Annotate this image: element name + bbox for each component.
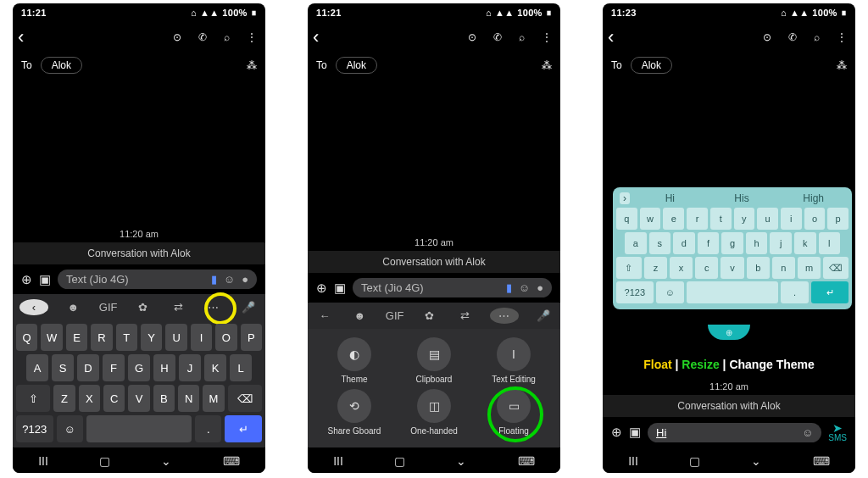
kb-option-theme[interactable]: ◐Theme [314, 337, 394, 384]
key-d[interactable]: d [673, 232, 695, 254]
recents-button[interactable]: III [38, 454, 48, 468]
suggestion[interactable]: His [710, 192, 774, 204]
numkey[interactable]: ?123 [616, 281, 654, 303]
phone-icon[interactable]: ✆ [198, 31, 207, 43]
key-g[interactable]: g [721, 232, 743, 254]
group-icon[interactable]: ⁂ [837, 59, 847, 71]
key-i[interactable]: i [781, 208, 802, 230]
recents-button[interactable]: III [333, 454, 343, 468]
key-f[interactable]: F [103, 354, 125, 381]
key-r[interactable]: R [91, 324, 112, 351]
gif-icon[interactable]: GIF [385, 309, 405, 322]
shift-key[interactable]: ⇧ [616, 257, 642, 279]
key-j[interactable]: J [179, 354, 201, 381]
key-f[interactable]: f [698, 232, 720, 254]
key-n[interactable]: n [772, 257, 795, 279]
contact-chip[interactable]: Alok [41, 57, 82, 74]
mic-icon[interactable]: ● [242, 273, 248, 286]
video-call-icon[interactable]: ⊙ [763, 31, 771, 43]
kb-switch-icon[interactable]: ⌨ [518, 454, 535, 468]
contact-chip[interactable]: Alok [631, 57, 672, 74]
more-icon[interactable]: ⋮ [542, 31, 552, 43]
key-i[interactable]: I [191, 324, 212, 351]
overflow-icon[interactable]: ⋯ [490, 308, 519, 324]
emoji-icon[interactable]: ☺ [802, 426, 813, 439]
kb-option-share-gboard[interactable]: ⟲Share Gboard [314, 389, 394, 436]
period-key[interactable]: . [781, 281, 810, 303]
text-input[interactable]: Text (Jio 4G) ▮ ☺ ● [58, 270, 257, 289]
key-u[interactable]: U [165, 324, 186, 351]
key-t[interactable]: t [710, 208, 732, 230]
drag-handle[interactable]: ⊕ [708, 325, 750, 340]
back-button[interactable]: ‹ [313, 26, 319, 48]
key-l[interactable]: L [230, 354, 252, 381]
key-e[interactable]: E [66, 324, 87, 351]
phone-icon[interactable]: ✆ [493, 31, 502, 43]
key-m[interactable]: M [203, 385, 224, 412]
key-s[interactable]: S [52, 354, 74, 381]
suggestion[interactable]: Hi [638, 192, 702, 204]
settings-icon[interactable]: ✿ [133, 301, 153, 314]
key-b[interactable]: B [153, 385, 175, 412]
contact-chip[interactable]: Alok [336, 57, 377, 74]
key-p[interactable]: P [241, 324, 262, 351]
kb-option-clipboard[interactable]: ▤Clipboard [394, 337, 474, 384]
search-icon[interactable]: ⌕ [224, 31, 230, 43]
emoji-icon[interactable]: ☺ [224, 273, 235, 286]
key-c[interactable]: c [695, 257, 718, 279]
key-v[interactable]: V [128, 385, 149, 412]
key-m[interactable]: m [798, 257, 821, 279]
recents-button[interactable]: III [628, 454, 638, 468]
key-b[interactable]: b [747, 257, 770, 279]
home-button[interactable]: ▢ [99, 454, 110, 468]
backspace-key[interactable]: ⌫ [228, 385, 262, 412]
video-call-icon[interactable]: ⊙ [468, 31, 476, 43]
key-h[interactable]: h [746, 232, 768, 254]
back-button[interactable]: ‹ [608, 26, 614, 48]
key-a[interactable]: a [625, 232, 647, 254]
key-h[interactable]: H [153, 354, 175, 381]
key-z[interactable]: z [644, 257, 667, 279]
home-button[interactable]: ▢ [394, 454, 405, 468]
search-icon[interactable]: ⌕ [519, 31, 525, 43]
key-n[interactable]: N [178, 385, 199, 412]
key-a[interactable]: A [26, 354, 48, 381]
key-e[interactable]: e [663, 208, 684, 230]
group-icon[interactable]: ⁂ [247, 59, 257, 71]
translate-icon[interactable]: ⇄ [168, 301, 188, 314]
kb-option-one-handed[interactable]: ◫One-handed [394, 389, 474, 436]
key-c[interactable]: C [103, 385, 125, 412]
kb-switch-icon[interactable]: ⌨ [813, 454, 830, 468]
enter-key[interactable]: ↵ [225, 415, 262, 442]
backspace-key[interactable]: ⌫ [823, 257, 849, 279]
text-input[interactable]: Text (Jio 4G) ▮☺● [353, 278, 552, 297]
sticker-icon[interactable]: ☻ [63, 301, 83, 314]
period-key[interactable]: . [195, 415, 221, 442]
mic-kb-icon[interactable]: 🎤 [533, 309, 554, 322]
key-o[interactable]: O [215, 324, 236, 351]
keyboard[interactable]: QWERTYUIOP ASDFGHJKL ⇧ ZXCVBNM ⌫ ?123 ☺ … [13, 320, 265, 447]
key-w[interactable]: w [640, 208, 661, 230]
gallery-icon[interactable]: ▣ [334, 281, 346, 296]
key-y[interactable]: Y [141, 324, 162, 351]
back-nav-button[interactable]: ⌄ [751, 454, 761, 468]
add-icon[interactable]: ⊕ [611, 425, 622, 440]
back-button[interactable]: ‹ [18, 26, 24, 48]
space-key[interactable] [86, 415, 192, 442]
key-r[interactable]: r [687, 208, 708, 230]
key-x[interactable]: X [79, 385, 100, 412]
key-v[interactable]: v [721, 257, 743, 279]
expand-icon[interactable]: › [620, 192, 630, 204]
space-key[interactable] [687, 281, 777, 303]
key-w[interactable]: W [41, 324, 62, 351]
text-input[interactable]: Hi ☺ [648, 423, 821, 442]
key-j[interactable]: j [770, 232, 792, 254]
emoji-key[interactable]: ☺ [57, 415, 83, 442]
gallery-icon[interactable]: ▣ [39, 272, 51, 287]
key-t[interactable]: T [116, 324, 137, 351]
more-icon[interactable]: ⋮ [247, 31, 257, 43]
floating-keyboard[interactable]: › Hi His High qwertyuiop asdfghjkl ⇧ zxc… [613, 187, 852, 309]
key-x[interactable]: x [670, 257, 693, 279]
settings-icon[interactable]: ✿ [420, 309, 440, 322]
sticker-icon[interactable]: ☻ [349, 309, 370, 322]
